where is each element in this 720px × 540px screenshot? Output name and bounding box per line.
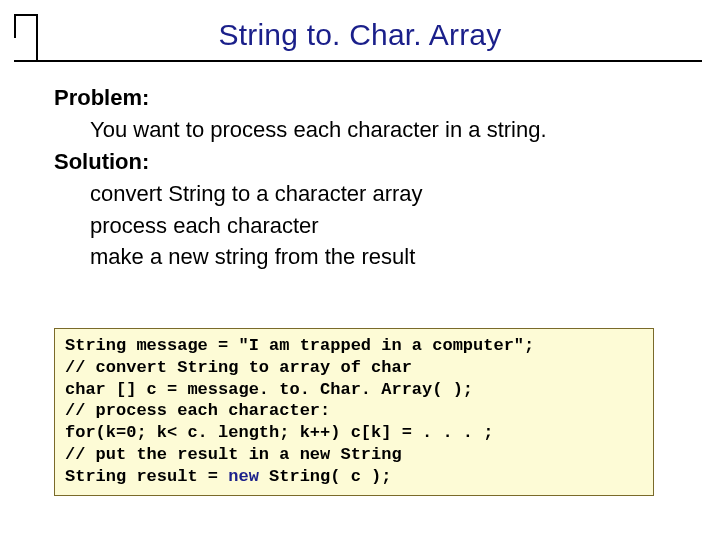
code-line-7a: String result = — [65, 467, 228, 486]
body-text: Problem: You want to process each charac… — [54, 82, 680, 273]
code-line-7b: String( c ); — [259, 467, 392, 486]
problem-text: You want to process each character in a … — [54, 114, 680, 146]
problem-label: Problem: — [54, 82, 680, 114]
title-wrap: String to. Char. Array — [0, 18, 720, 52]
title-underline — [14, 60, 702, 62]
solution-line-2: process each character — [54, 210, 680, 242]
code-line-5: for(k=0; k< c. length; k++) c[k] = . . .… — [65, 423, 493, 442]
slide-title: String to. Char. Array — [219, 18, 502, 51]
code-keyword-new: new — [228, 467, 259, 486]
code-line-6: // put the result in a new String — [65, 445, 402, 464]
solution-line-3: make a new string from the result — [54, 241, 680, 273]
solution-line-1: convert String to a character array — [54, 178, 680, 210]
code-line-3: char [] c = message. to. Char. Array( ); — [65, 380, 473, 399]
code-line-1: String message = "I am trapped in a comp… — [65, 336, 534, 355]
code-line-4: // process each character: — [65, 401, 330, 420]
solution-label: Solution: — [54, 146, 680, 178]
slide: String to. Char. Array Problem: You want… — [0, 0, 720, 540]
code-block: String message = "I am trapped in a comp… — [54, 328, 654, 496]
code-line-2: // convert String to array of char — [65, 358, 412, 377]
